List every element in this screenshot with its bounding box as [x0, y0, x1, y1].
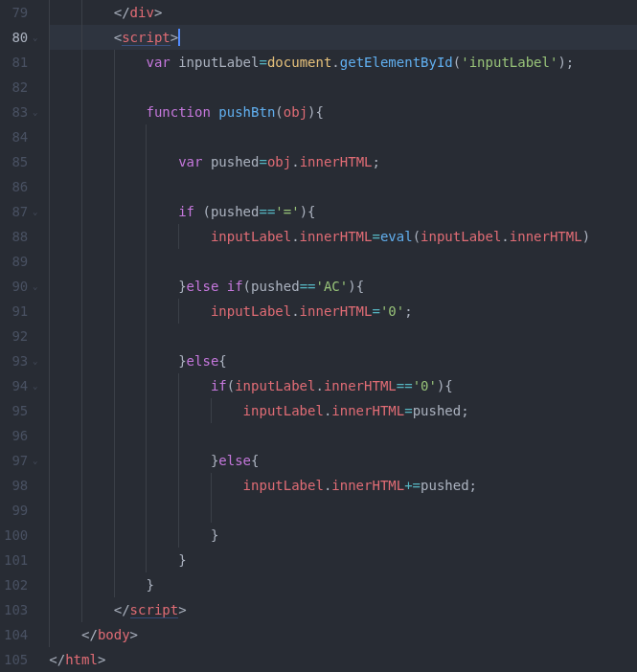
line-number[interactable]: 98 [4, 473, 28, 498]
code-line[interactable]: }else if(pushed=='AC'){ [49, 274, 637, 299]
code-line[interactable]: var pushed=obj.innerHTML; [49, 149, 637, 174]
line-number[interactable]: 82 [4, 75, 28, 100]
code-token: ) [582, 229, 590, 244]
code-line[interactable]: </body> [49, 622, 637, 647]
line-number-gutter[interactable]: 7980⌄818283⌄84858687⌄888990⌄919293⌄94⌄95… [0, 0, 35, 672]
code-line[interactable] [49, 324, 637, 348]
code-line[interactable]: }else{ [49, 448, 637, 473]
code-line[interactable]: inputLabel.innerHTML=eval(inputLabel.inn… [49, 224, 637, 249]
code-line[interactable]: <script> [49, 25, 637, 50]
line-number[interactable]: 80⌄ [4, 25, 28, 50]
line-number[interactable]: 99 [4, 498, 28, 523]
code-line[interactable]: inputLabel.innerHTML+=pushed; [49, 473, 637, 498]
line-number[interactable]: 88 [4, 224, 28, 249]
code-line[interactable] [49, 423, 637, 448]
code-token: '0' [413, 378, 437, 393]
code-line[interactable]: </html> [49, 647, 637, 672]
code-token: innerHTML [324, 378, 397, 393]
indent-guide [49, 249, 50, 274]
line-number[interactable]: 87⌄ [4, 199, 28, 224]
code-line[interactable] [49, 249, 637, 274]
code-token [49, 378, 211, 393]
code-token: inputLabel [243, 478, 324, 493]
code-token: ( [243, 279, 251, 294]
code-token: if [211, 378, 227, 393]
code-line[interactable] [49, 75, 637, 100]
code-line[interactable]: var inputLabel=document.getElementById('… [49, 50, 637, 75]
code-token: ( [275, 104, 283, 120]
line-number[interactable]: 84 [4, 124, 28, 149]
indent-guide [146, 423, 147, 448]
code-token [171, 55, 178, 70]
code-token [49, 602, 113, 617]
indent-guide [146, 124, 147, 149]
line-number[interactable]: 100 [4, 523, 28, 548]
code-token: </ [49, 652, 65, 667]
line-number[interactable]: 90⌄ [4, 274, 28, 299]
line-number[interactable]: 93⌄ [4, 348, 28, 373]
indent-guide [81, 423, 82, 448]
line-number[interactable]: 95 [4, 398, 28, 423]
code-token: { [218, 353, 226, 369]
code-token: . [331, 55, 339, 70]
code-token [49, 552, 178, 568]
code-line[interactable]: if(inputLabel.innerHTML=='0'){ [49, 373, 637, 398]
indent-guide [114, 75, 115, 100]
code-token: ){ [300, 204, 316, 219]
code-token [49, 204, 178, 219]
code-line[interactable]: </script> [49, 597, 637, 622]
line-number[interactable]: 86 [4, 174, 28, 199]
code-token: '0' [380, 303, 404, 319]
code-line[interactable]: } [49, 572, 637, 597]
code-line[interactable]: function pushBtn(obj){ [49, 100, 637, 124]
code-token: ( [413, 229, 421, 244]
code-token: eval [380, 229, 413, 244]
line-number[interactable]: 89 [4, 249, 28, 274]
code-token: . [291, 154, 299, 169]
code-token: pushed [211, 204, 260, 219]
code-line[interactable]: } [49, 548, 637, 572]
line-number[interactable]: 96 [4, 423, 28, 448]
code-token: pushed [211, 154, 260, 169]
line-number[interactable]: 102 [4, 572, 28, 597]
code-line[interactable] [49, 174, 637, 199]
line-number[interactable]: 83⌄ [4, 100, 28, 124]
code-line[interactable]: }else{ [49, 348, 637, 373]
line-number[interactable]: 92 [4, 324, 28, 348]
code-token [49, 577, 146, 593]
line-number[interactable]: 104 [4, 622, 28, 647]
code-line[interactable]: if (pushed=='='){ [49, 199, 637, 224]
code-line[interactable]: inputLabel.innerHTML='0'; [49, 299, 637, 324]
code-line[interactable]: </div> [49, 0, 637, 25]
line-number[interactable]: 105 [4, 647, 28, 672]
line-number[interactable]: 97⌄ [4, 448, 28, 473]
code-area[interactable]: </div> <script> var inputLabel=document.… [35, 0, 637, 672]
line-number[interactable]: 79 [4, 0, 28, 25]
indent-guide [178, 423, 179, 448]
code-line[interactable] [49, 498, 637, 523]
code-token [49, 303, 211, 319]
line-number[interactable]: 81 [4, 50, 28, 75]
code-token: inputLabel [178, 55, 259, 70]
code-editor[interactable]: 7980⌄818283⌄84858687⌄888990⌄919293⌄94⌄95… [0, 0, 637, 672]
indent-guide [49, 324, 50, 348]
line-number[interactable]: 85 [4, 149, 28, 174]
code-token: ; [404, 303, 412, 319]
code-token: == [300, 279, 316, 294]
code-token: var [146, 55, 170, 70]
code-token: } [178, 552, 186, 568]
code-line[interactable] [49, 124, 637, 149]
code-token [218, 279, 226, 294]
line-number[interactable]: 101 [4, 548, 28, 572]
code-token: innerHTML [300, 154, 373, 169]
line-number[interactable]: 94⌄ [4, 373, 28, 398]
code-line[interactable]: inputLabel.innerHTML=pushed; [49, 398, 637, 423]
code-token: if [178, 204, 194, 219]
code-line[interactable]: } [49, 523, 637, 548]
indent-guide [49, 124, 50, 149]
code-token: . [291, 229, 299, 244]
code-token [49, 403, 242, 418]
code-token: inputLabel [243, 403, 324, 418]
line-number[interactable]: 103 [4, 597, 28, 622]
line-number[interactable]: 91 [4, 299, 28, 324]
